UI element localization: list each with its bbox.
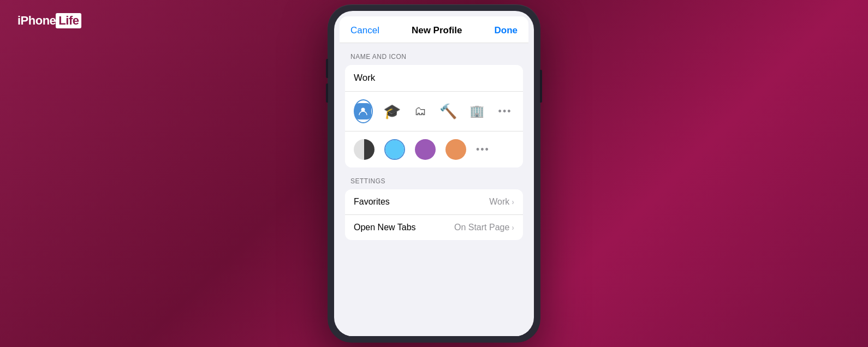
colors-more-icon: ••• [476,144,490,155]
person-icon-button[interactable] [354,99,373,123]
volume-up-button [326,59,328,78]
icons-row: 🎓 🗂 🔨 🏢 [345,92,523,131]
favorites-row[interactable]: Favorites Work › [345,189,523,214]
color-orange-swatch [445,139,466,160]
phone-frame: Cancel New Profile Done NAME AND ICON [328,4,540,343]
phone-screen: Cancel New Profile Done NAME AND ICON [334,11,534,336]
power-button [540,70,542,103]
modal-title: New Profile [412,25,462,36]
done-button[interactable]: Done [494,25,518,36]
color-orange-button[interactable] [445,139,466,160]
colors-more-button[interactable]: ••• [476,144,490,155]
favorites-chevron-icon: › [512,198,514,206]
building-icon: 🏢 [469,104,484,118]
briefcase-icon-button[interactable]: 🗂 [411,99,430,123]
person-icon [355,103,371,119]
open-new-tabs-value-container: On Start Page › [454,223,514,232]
name-and-icon-section-label: NAME AND ICON [340,43,528,65]
safari-app: Cancel New Profile Done NAME AND ICON [334,11,534,336]
cancel-button[interactable]: Cancel [350,25,379,36]
hammer-icon-button[interactable]: 🔨 [439,99,457,123]
favorites-value-container: Work › [489,197,514,207]
iphone-life-logo: iPhoneLife [17,13,81,28]
profile-name-input[interactable] [354,73,514,83]
color-dark-swatch [354,139,374,160]
open-new-tabs-label: Open New Tabs [354,223,416,232]
icons-more-button[interactable]: ••• [496,99,514,123]
building-icon-button[interactable]: 🏢 [467,99,486,123]
briefcase-icon: 🗂 [414,104,426,118]
graduation-icon-button[interactable]: 🎓 [383,99,401,123]
open-new-tabs-chevron-icon: › [512,223,514,232]
open-new-tabs-value: On Start Page [454,223,509,232]
color-blue-swatch [385,140,404,159]
color-dark-button[interactable] [354,139,374,160]
settings-card: Favorites Work › Open New Tabs On Start … [345,189,523,240]
name-and-icon-card: 🎓 🗂 🔨 🏢 [345,65,523,167]
colors-row: ••• [345,131,523,167]
favorites-value: Work [489,197,509,207]
name-input-row [345,65,523,92]
open-new-tabs-row[interactable]: Open New Tabs On Start Page › [345,214,523,240]
icons-more-icon: ••• [498,106,512,117]
color-purple-swatch [415,139,436,160]
color-purple-button[interactable] [415,139,436,160]
modal-sheet: Cancel New Profile Done NAME AND ICON [340,16,528,336]
graduation-icon: 🎓 [383,103,401,120]
settings-section-label: SETTINGS [340,167,528,189]
logo-iphone-text: iPhone [17,14,56,28]
hammer-icon: 🔨 [439,103,457,120]
favorites-label: Favorites [354,197,390,207]
modal-content: NAME AND ICON [340,43,528,336]
volume-down-button [326,83,328,103]
logo-life-text: Life [56,13,81,28]
color-blue-button[interactable] [384,139,405,160]
modal-header: Cancel New Profile Done [340,16,528,43]
